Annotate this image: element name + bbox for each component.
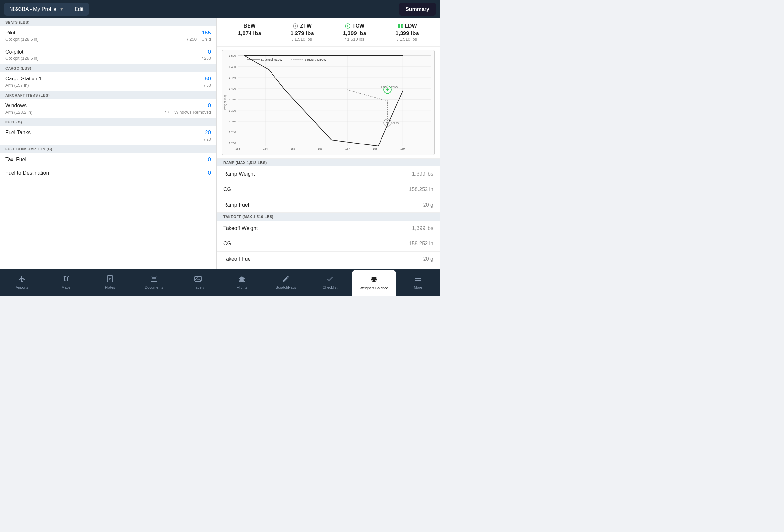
ramp-fuel-row: Ramp Fuel 20 g — [217, 197, 440, 213]
ramp-cg-row: CG 158.252 in — [217, 182, 440, 197]
svg-text:1,320: 1,320 — [229, 109, 236, 112]
ramp-weight-row: Ramp Weight 1,399 lbs — [217, 167, 440, 182]
aircraft-items-section-header: AIRCRAFT ITEMS (LBS) — [0, 91, 216, 99]
cargo1-row: Cargo Station 1 50 Arm (157 in) / 60 — [0, 72, 216, 91]
nav-more[interactable]: More — [396, 269, 440, 296]
more-icon — [414, 275, 422, 284]
ldw-limit: / 1,510 lbs — [397, 37, 417, 42]
bottom-nav: Airports Maps Plates — [0, 269, 440, 296]
svg-text:155: 155 — [290, 147, 296, 150]
svg-text:1,240: 1,240 — [229, 131, 236, 134]
weight-balance-icon — [370, 276, 378, 285]
windows-row: Windows 0 Arm (128.2 in) / 7 Windows Rem… — [0, 99, 216, 118]
bew-label: BEW — [243, 23, 255, 29]
flights-icon — [238, 275, 246, 284]
nav-scratchpads[interactable]: ScratchPads — [264, 269, 308, 296]
flights-label: Flights — [237, 285, 247, 289]
scratchpads-icon — [282, 275, 290, 284]
copilot-max: / 250 — [202, 56, 211, 61]
svg-text:LDW: LDW — [382, 85, 388, 89]
copilot-value: 0 — [208, 49, 211, 55]
ldw-value: 1,399 lbs — [395, 30, 419, 37]
weight-balance-label: Weight & Balance — [360, 286, 388, 290]
cargo1-label: Cargo Station 1 — [5, 76, 42, 82]
fuel-destination-label: Fuel to Destination — [5, 170, 49, 176]
copilot-arm: Cockpit (128.5 in) — [5, 56, 39, 61]
nav-plates[interactable]: Plates — [88, 269, 132, 296]
app-header: N893BA - My Profile ▼ Edit Summary — [0, 0, 440, 19]
zfw-label: ZFW — [300, 23, 312, 29]
takeoff-fuel-label: Takeoff Fuel — [223, 256, 252, 262]
cargo1-arm: Arm (157 in) — [5, 83, 29, 88]
copilot-label: Co-pilot — [5, 49, 23, 55]
pilot-arm: Cockpit (128.5 in) — [5, 37, 39, 42]
zfw-icon — [292, 23, 299, 29]
bew-stat: BEW 1,074 lbs — [223, 23, 276, 42]
svg-text:157: 157 — [345, 147, 350, 150]
checklist-label: Checklist — [323, 285, 337, 289]
cargo1-max: / 60 — [204, 83, 211, 88]
left-panel: SEATS (LBS) Pilot 155 Cockpit (128.5 in)… — [0, 19, 217, 269]
pilot-row: Pilot 155 Cockpit (128.5 in) / 250 Child — [0, 26, 216, 45]
svg-text:Weight (lbs): Weight (lbs) — [223, 95, 227, 110]
nav-documents[interactable]: Documents — [132, 269, 176, 296]
svg-rect-57 — [107, 276, 113, 282]
svg-rect-6 — [398, 24, 400, 26]
right-panel: BEW 1,074 lbs ZFW 1,279 lbs / 1,510 lbs — [217, 19, 440, 269]
seats-section-header: SEATS (LBS) — [0, 19, 216, 26]
cargo-section-header: CARGO (LBS) — [0, 64, 216, 72]
svg-text:1,400: 1,400 — [229, 87, 236, 90]
windows-note: / 7 Windows Removed — [165, 110, 211, 115]
windows-arm: Arm (128.2 in) — [5, 110, 32, 115]
chart-svg: 1,520 1,480 1,440 1,400 1,360 1,320 1,28… — [222, 50, 435, 155]
plates-label: Plates — [105, 285, 115, 289]
summary-button[interactable]: Summary — [399, 3, 436, 16]
fuel-section-header: FUEL (G) — [0, 118, 216, 126]
svg-rect-10 — [238, 56, 431, 146]
ramp-fuel-label: Ramp Fuel — [223, 202, 249, 208]
edit-button[interactable]: Edit — [69, 3, 89, 16]
nav-imagery[interactable]: Imagery — [176, 269, 220, 296]
ramp-cg-label: CG — [223, 187, 231, 192]
tow-icon — [345, 23, 351, 29]
svg-text:156: 156 — [318, 147, 323, 150]
zfw-stat: ZFW 1,279 lbs / 1,510 lbs — [276, 23, 328, 42]
weight-balance-chart: 1,520 1,480 1,440 1,400 1,360 1,320 1,28… — [222, 50, 435, 155]
chart-area: 1,520 1,480 1,440 1,400 1,360 1,320 1,28… — [217, 47, 440, 159]
fuel-tanks-row: Fuel Tanks 20 / 20 — [0, 126, 216, 145]
nav-airports[interactable]: Airports — [0, 269, 44, 296]
svg-text:Structural MLDW: Structural MLDW — [261, 58, 283, 61]
svg-text:1,280: 1,280 — [229, 120, 236, 123]
svg-text:158: 158 — [373, 147, 377, 150]
documents-label: Documents — [145, 285, 163, 289]
takeoff-weight-row: Takeoff Weight 1,399 lbs — [217, 221, 440, 236]
pilot-value: 155 — [202, 30, 211, 36]
svg-text:ZFW: ZFW — [392, 121, 399, 125]
takeoff-section-header: TAKEOFF (MAX 1,510 LBS) — [217, 213, 440, 221]
svg-text:Structural MTOW: Structural MTOW — [305, 58, 327, 61]
zfw-value: 1,279 lbs — [290, 30, 314, 37]
fuel-tanks-label: Fuel Tanks — [5, 130, 31, 136]
fuel-destination-value: 0 — [208, 170, 211, 176]
profile-selector[interactable]: N893BA - My Profile ▼ — [4, 3, 69, 16]
tow-label: TOW — [352, 23, 364, 29]
checklist-icon — [326, 275, 334, 284]
nav-weight-balance[interactable]: Weight & Balance — [352, 270, 396, 296]
svg-text:154: 154 — [263, 147, 268, 150]
svg-rect-7 — [400, 24, 402, 26]
nav-flights[interactable]: Flights — [220, 269, 264, 296]
tow-value: 1,399 lbs — [343, 30, 366, 37]
scratchpads-label: ScratchPads — [276, 285, 296, 289]
ramp-fuel-value: 20 g — [423, 202, 433, 208]
more-label: More — [414, 285, 422, 289]
imagery-icon — [194, 275, 202, 284]
pilot-note: / 250 Child — [187, 37, 211, 42]
nav-maps[interactable]: Maps — [44, 269, 88, 296]
taxi-fuel-row: Taxi Fuel 0 — [0, 153, 216, 167]
airports-label: Airports — [16, 285, 28, 289]
maps-label: Maps — [62, 285, 71, 289]
ramp-cg-value: 158.252 in — [409, 187, 433, 192]
tow-limit: / 1,510 lbs — [345, 37, 364, 42]
svg-text:1,360: 1,360 — [229, 98, 236, 101]
nav-checklist[interactable]: Checklist — [308, 269, 352, 296]
